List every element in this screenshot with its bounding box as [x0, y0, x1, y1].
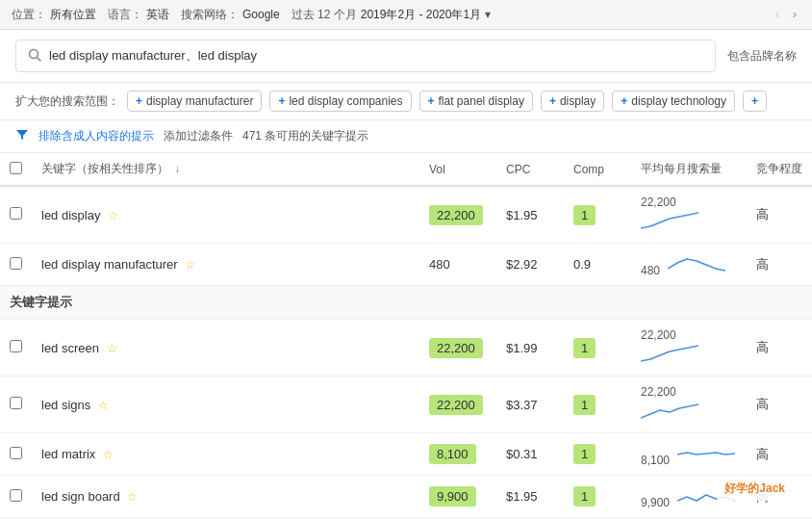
- comp-level-cell: 高: [747, 320, 812, 377]
- keyword-text[interactable]: led display manufacturer: [41, 257, 178, 272]
- vol-value: 9,900: [429, 486, 476, 507]
- comp-value: 1: [573, 486, 596, 507]
- date-range-value: 2019年2月 - 2020年1月: [361, 7, 481, 23]
- cpc-value: $2.92: [506, 257, 538, 272]
- next-arrow[interactable]: ›: [789, 6, 800, 23]
- row-checkbox[interactable]: [10, 397, 22, 409]
- comp-level-cell: 高: [747, 244, 812, 286]
- tag-plus-icon: +: [751, 94, 758, 108]
- monthly-value: 22,200: [641, 385, 676, 399]
- keyword-text[interactable]: led matrix: [41, 447, 95, 461]
- cpc-value: $0.31: [506, 447, 538, 461]
- select-all-checkbox[interactable]: [10, 162, 22, 174]
- tag-display[interactable]: + display: [541, 91, 604, 112]
- watermark: 好学的Jack: [717, 477, 793, 501]
- comp-level-value: 高: [756, 340, 769, 354]
- tag-display-manufacturer[interactable]: + display manufacturer: [127, 91, 262, 112]
- comp-level-cell: 高: [747, 433, 812, 476]
- section-header-cell: 关键字提示: [0, 286, 812, 320]
- star-icon[interactable]: ☆: [185, 258, 195, 272]
- language-label: 语言：: [108, 7, 142, 23]
- header-keyword[interactable]: 关键字（按相关性排序） ↓: [32, 153, 419, 186]
- keyword-cell: led display manufacturer ☆: [32, 244, 419, 286]
- comp-cell: 1: [564, 476, 631, 518]
- keywords-table-wrap: 关键字（按相关性排序） ↓ Vol CPC Comp 平均每月搜索量 竞争程度 …: [0, 153, 812, 520]
- header-comp[interactable]: Comp: [564, 153, 631, 186]
- tag-plus-icon: +: [621, 94, 627, 108]
- monthly-value: 480: [641, 264, 660, 277]
- row-checkbox-cell: [0, 320, 32, 377]
- date-range-item[interactable]: 过去 12 个月 2019年2月 - 2020年1月 ▾: [292, 7, 491, 23]
- keyword-cell: led screen ☆: [32, 320, 419, 377]
- star-icon[interactable]: ☆: [127, 490, 138, 504]
- comp-value: 1: [573, 205, 596, 225]
- comp-cell: 1: [564, 186, 631, 244]
- cpc-cell: $0.31: [496, 433, 564, 476]
- keyword-text[interactable]: led display: [41, 208, 100, 222]
- row-checkbox[interactable]: [10, 207, 22, 220]
- language-value[interactable]: 英语: [146, 7, 169, 23]
- vol-cell: 22,200: [419, 186, 496, 244]
- svg-line-1: [38, 57, 41, 61]
- tag-label: led display companies: [289, 94, 402, 108]
- header-cpc[interactable]: CPC: [496, 153, 564, 186]
- chart-cell: 480: [631, 244, 747, 286]
- location-value[interactable]: 所有位置: [50, 7, 96, 23]
- row-checkbox-cell: [0, 433, 32, 476]
- monthly-value: 8,100: [641, 454, 670, 467]
- cpc-value: $3.37: [506, 398, 538, 412]
- tag-plus-icon: +: [278, 94, 285, 108]
- table-row: led signs ☆ 22,200 $3.37 1 22,200 高: [0, 377, 812, 433]
- comp-level-value: 高: [756, 257, 769, 272]
- cpc-value: $1.95: [506, 208, 538, 222]
- keyword-cell: led matrix ☆: [32, 433, 419, 476]
- row-checkbox[interactable]: [10, 489, 22, 502]
- brand-label: 包含品牌名称: [727, 48, 797, 65]
- row-checkbox[interactable]: [10, 257, 22, 270]
- add-filter-btn[interactable]: 添加过滤条件: [164, 128, 233, 144]
- cpc-cell: $3.37: [496, 377, 564, 433]
- tag-label: display manufacturer: [146, 94, 253, 108]
- location-label: 位置：: [12, 7, 46, 23]
- keyword-text[interactable]: led screen: [41, 341, 99, 355]
- prev-arrow[interactable]: ‹: [772, 6, 783, 23]
- tag-more[interactable]: +: [743, 91, 767, 112]
- comp-level-cell: 高: [747, 186, 812, 244]
- vol-value: 480: [429, 257, 450, 272]
- vol-value: 22,200: [429, 338, 483, 358]
- star-icon[interactable]: ☆: [108, 209, 118, 222]
- tag-plus-icon: +: [549, 94, 556, 108]
- star-icon[interactable]: ☆: [107, 342, 117, 355]
- tag-flat-panel-display[interactable]: + flat panel display: [419, 91, 533, 112]
- tag-display-technology[interactable]: + display technology: [612, 91, 735, 112]
- sparkline-chart: [668, 251, 725, 274]
- comp-level-value: 高: [756, 207, 769, 221]
- comp-value: 1: [573, 338, 596, 358]
- keyword-text[interactable]: led signs: [41, 398, 90, 412]
- exclude-adult-link[interactable]: 排除含成人内容的提示: [38, 128, 154, 144]
- row-checkbox-cell: [0, 186, 32, 244]
- row-checkbox[interactable]: [10, 340, 22, 352]
- header-vol[interactable]: Vol: [419, 153, 496, 186]
- comp-level-value: 高: [756, 397, 769, 411]
- network-value[interactable]: Google: [242, 8, 280, 21]
- star-icon[interactable]: ☆: [98, 399, 109, 412]
- table-row: led matrix ☆ 8,100 $0.31 1 8,100 高: [0, 433, 812, 476]
- tag-led-display-companies[interactable]: + led display companies: [269, 91, 411, 112]
- dropdown-icon: ▾: [485, 8, 491, 21]
- tag-label: flat panel display: [439, 94, 524, 108]
- keyword-text[interactable]: led sign board: [41, 489, 120, 504]
- header-checkbox[interactable]: [0, 153, 32, 186]
- comp-cell: 0.9: [564, 244, 631, 286]
- section-header-row: 关键字提示: [0, 286, 812, 320]
- cpc-cell: $1.99: [496, 320, 564, 377]
- search-input-wrap[interactable]: led display manufacturer、led display: [15, 39, 716, 72]
- vol-value: 22,200: [429, 395, 483, 415]
- cpc-cell: $2.92: [496, 244, 564, 286]
- row-checkbox[interactable]: [10, 447, 22, 459]
- cpc-cell: $1.95: [496, 186, 564, 244]
- star-icon[interactable]: ☆: [103, 448, 114, 461]
- language-item: 语言： 英语: [108, 7, 169, 23]
- row-checkbox-cell: [0, 244, 32, 286]
- row-checkbox-cell: [0, 377, 32, 433]
